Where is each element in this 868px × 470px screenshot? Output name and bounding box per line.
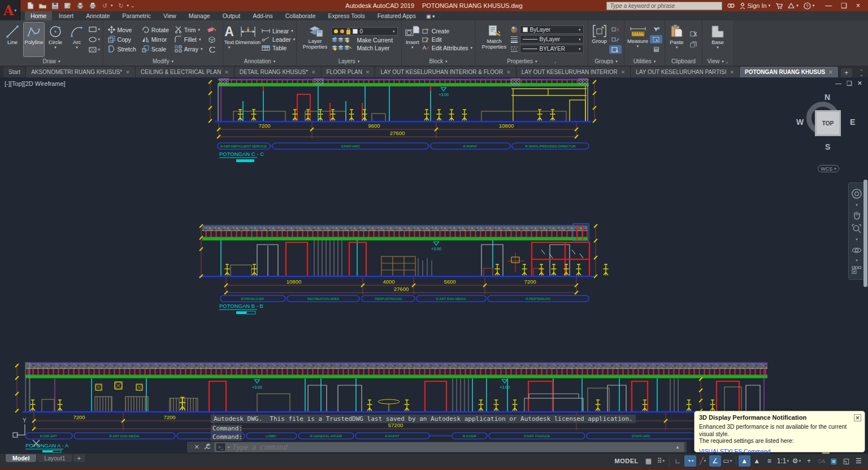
copy-tool[interactable]: Copy [108,36,136,43]
navbar-caret-icon[interactable]: ▾ [856,237,858,242]
cut-icon[interactable] [687,30,700,38]
new-layout-button[interactable]: + [73,454,85,462]
wcs-menu[interactable]: WCS▾ [818,165,839,172]
help-search-input[interactable]: Type a keyword or phrase [606,2,722,10]
tab-manage[interactable]: Manage [183,11,216,20]
doc-tab-aksonometri[interactable]: AKSONOMETRI RUANG KHUSUS*✕ [26,67,136,77]
help-icon[interactable]: ?▾ [804,2,815,10]
doc-tab-potongan[interactable]: POTONGAN RUANG KHUSUS✕ [740,67,839,77]
command-bar-grip[interactable]: ⋮⋮ [187,442,192,452]
viewcube[interactable]: N W E S TOP [801,96,854,153]
doc-tab-layout-interior[interactable]: LAY OUT KESELURUHAN INTERIOR✕ [517,67,631,77]
trim-tool[interactable]: Trim▾ [175,26,203,33]
command-customize-icon[interactable] [202,443,212,451]
scale-tool[interactable]: Scale [142,45,169,53]
group-button[interactable]: Group [591,23,608,56]
navbar-caret-icon[interactable]: ▾ [856,258,858,263]
viewport-minimize-icon[interactable]: — [835,80,841,87]
paste-button[interactable]: Paste▾ [667,23,686,56]
command-line-bar[interactable]: ⋮⋮ ✕ >_ ▾ ▲ [186,441,687,453]
panel-title-utilities[interactable]: Utilities▾ [624,57,665,66]
circle-tool[interactable]: Circle▾ [45,23,66,56]
new-file-icon[interactable] [26,2,34,10]
doc-tab-layout-interior-floor[interactable]: LAY OUT KESELURUHAN INTERIOR & FLOOR✕ [375,67,516,77]
doc-tab-ceiling-electrical[interactable]: CEILING & ELECTRICAL PLAN✕ [136,67,235,77]
measure-button[interactable]: Measure▾ [627,23,649,56]
text-tool[interactable]: A Text▾ [224,23,234,56]
close-tab-icon[interactable]: ✕ [224,69,229,75]
model-paper-toggle[interactable]: MODEL [611,455,642,467]
layer-dropdown[interactable]: 0▾ [331,27,398,36]
command-expand-icon[interactable]: ▲ [675,445,682,450]
dynamic-input-toggle[interactable]: ▭▾ [722,455,734,467]
redo-icon[interactable]: ↻ [117,2,125,10]
save-as-icon[interactable] [63,2,72,10]
tab-view[interactable]: View [158,11,182,20]
make-current-button[interactable]: Make Current [331,37,398,43]
grid-display-toggle[interactable]: ▦ [643,455,654,467]
layout1-tab[interactable]: Layout1 [37,454,72,462]
panel-title-layers[interactable]: Layers▾ [297,57,401,66]
command-caret-icon[interactable]: ▾ [228,445,230,450]
create-block-button[interactable]: Create [422,28,472,34]
model-tab[interactable]: Model [6,454,36,462]
tab-home[interactable]: Home [25,11,52,20]
doc-tab-start[interactable]: Start [3,67,26,77]
erase-tool-icon[interactable] [206,25,218,33]
close-tab-icon[interactable]: ✕ [621,69,626,75]
print-icon[interactable] [88,2,97,10]
match-layer-button[interactable]: Match Layer [331,45,398,51]
viewcube-south[interactable]: S [825,142,830,151]
object-color-dropdown[interactable]: ByLayer▾ [520,25,584,34]
copy-clip-icon[interactable] [687,40,700,49]
base-view-button[interactable]: Base▾ [707,23,728,56]
notification-close-icon[interactable]: ✕ [854,414,861,421]
viewport-controls-label[interactable]: [-][Top][2D Wireframe] [5,80,66,87]
navigation-wheel-icon[interactable] [851,188,862,199]
snap-mode-toggle[interactable]: ⠿▾ [655,455,667,467]
polyline-tool[interactable]: Polyline [24,23,44,56]
viewcube-north[interactable]: N [824,93,830,102]
close-tab-icon[interactable]: ✕ [311,69,316,75]
tab-overflow-icon[interactable]: ⌄⌄ [859,66,863,77]
workspace-switching-button[interactable]: ⚙▾ [791,455,802,467]
undo-caret-icon[interactable]: ▾ [111,3,113,8]
viewport-restore-icon[interactable]: ❑ [847,80,852,87]
lineweight-dropdown[interactable]: ByLayer▾ [520,35,584,43]
panel-title-view[interactable]: View▾⌟ [702,57,733,66]
redo-caret-icon[interactable]: ▾ [127,3,129,8]
panel-title-clipboard[interactable]: Clipboard [665,57,702,66]
panel-title-groups[interactable]: Groups▾ [588,57,624,66]
minimize-button[interactable]: — [825,2,832,10]
annotation-monitor-toggle[interactable]: + [803,455,815,467]
command-close-icon[interactable]: ✕ [192,443,202,451]
rectangle-tool-icon[interactable]: ▾ [88,25,101,33]
pan-icon[interactable] [852,210,862,220]
hatch-tool-icon[interactable]: ▾ [88,45,101,54]
viewcube-top-face[interactable]: TOP [815,110,841,136]
isometric-drafting-toggle[interactable]: ╱▾ [697,455,709,467]
stretch-tool[interactable]: Stretch [108,45,136,53]
panel-title-draw[interactable]: Draw▾ [0,57,103,66]
tab-featured-apps[interactable]: Featured Apps [372,11,422,20]
array-tool[interactable]: Array▾ [175,45,203,53]
tab-add-ins[interactable]: Add-ins [247,11,279,20]
zoom-extents-icon[interactable] [852,224,862,234]
close-tab-icon[interactable]: ✕ [125,69,130,75]
explode-tool-icon[interactable] [206,35,218,43]
ortho-mode-toggle[interactable]: ∟ [672,455,684,467]
model-space-canvas[interactable]: +3.00 7200 9600 10800 27600 [0,77,868,454]
command-input[interactable] [233,443,673,451]
layer-properties-button[interactable]: Layer Properties [301,23,330,56]
new-drawing-tab-button[interactable]: + [841,68,852,77]
tab-express-tools[interactable]: Express Tools [322,11,370,20]
viewcube-west[interactable]: W [796,118,804,127]
undo-icon[interactable]: ↺ [101,2,109,10]
navbar-caret-icon[interactable]: ▾ [856,203,858,207]
ellipse-tool-icon[interactable]: ▾ [88,35,101,43]
visualstyles-command-link[interactable]: VISUALSTYLES Command [699,449,770,454]
recent-commands-icon[interactable]: >_ [216,443,225,451]
object-snap-toggle[interactable]: ▲ [739,455,750,467]
select-window-icon[interactable] [650,35,662,43]
line-tool[interactable]: Line [2,23,23,56]
